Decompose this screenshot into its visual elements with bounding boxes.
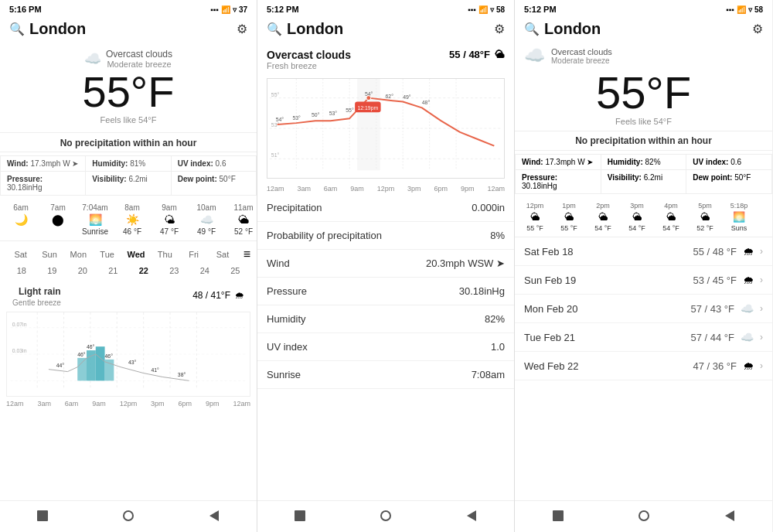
detail-row-prob-precip: Probability of precipitation 8%: [257, 222, 514, 250]
stat-dew: Dew point: 50°F: [172, 172, 257, 196]
search-left-3[interactable]: 🔍 London: [524, 20, 601, 38]
home-button-1[interactable]: [34, 507, 51, 524]
status-bar-2: 5:12 PM ▪▪▪ 📶 ▿ 58: [257, 0, 514, 17]
search-left-2[interactable]: 🔍 London: [267, 20, 343, 38]
weather-desc-2: Overcast clouds: [267, 49, 351, 61]
svg-rect-15: [105, 360, 114, 380]
home-button-3[interactable]: [550, 507, 567, 524]
weather-icon-2: 🌥: [495, 49, 505, 60]
hourly-item-sunrise: 7:04am 🌅 Sunrise: [80, 203, 110, 236]
status-icons-2: ▪▪▪ 📶 ▿ 58: [468, 5, 505, 14]
back-button-1[interactable]: [120, 507, 137, 524]
back-button-3[interactable]: [635, 507, 652, 524]
status-bar-1: 5:16 PM ▪▪▪ 📶 ▿ 37: [0, 0, 257, 17]
stat-humidity: Humidity: 81%: [86, 156, 171, 172]
search-icon-1[interactable]: 🔍: [9, 22, 25, 36]
home-button-2[interactable]: [291, 507, 308, 524]
search-icon-3[interactable]: 🔍: [524, 22, 540, 36]
search-bar-2[interactable]: 🔍 London ⚙: [257, 17, 514, 43]
svg-text:54°: 54°: [276, 117, 284, 122]
back-button-2[interactable]: [377, 507, 394, 524]
detail-row-precipitation: Precipitation 0.000in: [257, 194, 514, 222]
weather-desc-line-1: ☁️ Overcast clouds Moderate breeze: [0, 49, 257, 69]
s3-hourly-item: 12pm 🌥 55 °F: [521, 202, 549, 232]
search-bar-3[interactable]: 🔍 London ⚙: [515, 17, 772, 43]
svg-text:48°: 48°: [422, 100, 431, 105]
s3-stat-dew: Dew point: 50°F: [686, 170, 772, 194]
screen-1: 5:16 PM ▪▪▪ 📶 ▿ 37 🔍 London ⚙ ☁️ Overcas…: [0, 0, 257, 532]
hourly-item: 11am 🌥 52 °F: [229, 203, 257, 236]
filter-icon-2[interactable]: ⚙: [494, 22, 505, 36]
weekly-section-1: Sat Sun Mon Tue Wed Thu Fri Sat ≡ 18 19 …: [0, 241, 257, 280]
hourly-item: 10am ☁️ 49 °F: [192, 203, 221, 236]
filter-icon-3[interactable]: ⚙: [752, 22, 763, 36]
city-name-2: London: [287, 20, 343, 38]
s3-forecast-list: Sat Feb 18 55 / 48 °F 🌧 › Sun Feb 19 53 …: [515, 237, 772, 380]
detail-list: Precipitation 0.000in Probability of pre…: [257, 194, 514, 389]
svg-text:53°: 53°: [292, 115, 301, 121]
svg-text:46°: 46°: [105, 353, 114, 359]
cloud-icon-1: ☁️: [84, 50, 101, 67]
recent-button-2[interactable]: [463, 507, 480, 524]
s3-weather-header: ☁️ Overcast clouds Moderate breeze: [515, 43, 772, 69]
filter-icon-1[interactable]: ⚙: [237, 22, 247, 36]
stat-pressure: Pressure: 30.18inHg: [1, 172, 86, 196]
svg-text:0.03in: 0.03in: [12, 348, 27, 353]
stat-visibility: Visibility: 6.2mi: [86, 172, 171, 196]
nav-bar-2: [257, 500, 514, 532]
list-view-icon[interactable]: ≡: [243, 247, 250, 261]
detail-time-labels: 12am 3am 6am 9am 12pm 3pm 6pm 9pm 12am: [257, 183, 514, 194]
s3-hourly-item: 4pm 🌥 54 °F: [657, 202, 685, 232]
s3-forecast-row-mon[interactable]: Mon Feb 20 57 / 43 °F ☁️ ›: [515, 295, 772, 323]
search-bar-1[interactable]: 🔍 London ⚙: [0, 17, 257, 43]
status-time-2: 5:12 PM: [267, 5, 299, 14]
s3-forecast-row-sat[interactable]: Sat Feb 18 55 / 48 °F 🌧 ›: [515, 237, 772, 266]
weather-desc-1: Overcast clouds: [106, 49, 172, 60]
s3-hourly-item-sunset: 5:18p 🌅 Suns: [725, 202, 753, 232]
rain-label: Light rain: [12, 283, 67, 298]
svg-text:55°: 55°: [346, 107, 354, 113]
recent-button-1[interactable]: [206, 507, 223, 524]
s3-hourly[interactable]: 12pm 🌥 55 °F 1pm 🌥 55 °F 2pm 🌥 54 °F 3pm…: [515, 197, 772, 237]
screen2-content: Overcast clouds Fresh breeze 55 / 48°F 🌥…: [257, 43, 514, 500]
svg-point-49: [366, 96, 371, 101]
s3-forecast-row-tue[interactable]: Tue Feb 21 57 / 44 °F ☁️ ›: [515, 323, 772, 352]
nav-bar-3: [515, 500, 772, 532]
svg-text:41°: 41°: [151, 367, 159, 373]
detail-row-pressure: Pressure 30.18inHg: [257, 278, 514, 305]
svg-text:46°: 46°: [87, 344, 95, 350]
rain-section: Light rain Gentle breeze 48 / 41°F 🌧: [0, 280, 257, 309]
status-icons-1: ▪▪▪ 📶 ▿ 37: [210, 5, 247, 14]
screen-3: 5:12 PM ▪▪▪ 📶 ▿ 58 🔍 London ⚙ ☁️ Overcas…: [515, 0, 772, 532]
rain-sub: Gentle breeze: [12, 298, 67, 307]
hourly-scroll-1[interactable]: 6am 🌙 7am ⬤ 7:04am 🌅 Sunrise 8am ☀️ 46 °…: [0, 199, 257, 241]
s3-precip: No precipitation within an hour: [515, 131, 772, 151]
rain-chart: 0.07in 0.03in 46° 46° 45° 46°: [6, 312, 250, 397]
svg-text:43°: 43°: [128, 360, 137, 365]
stat-uv: UV index: 0.6: [172, 156, 257, 172]
s3-cloud-icon: ☁️: [524, 46, 545, 66]
detail-row-humidity: Humidity 82%: [257, 305, 514, 333]
status-time-1: 5:16 PM: [9, 5, 42, 14]
recent-button-3[interactable]: [721, 507, 738, 524]
rain-chart-svg: 0.07in 0.03in 46° 46° 45° 46°: [7, 312, 250, 396]
svg-rect-12: [77, 358, 87, 380]
weather-sub-2: Fresh breeze: [267, 61, 351, 70]
s3-stat-visibility: Visibility: 6.2mi: [601, 170, 687, 194]
s3-desc-main: Overcast clouds: [551, 47, 612, 56]
s3-stat-humidity: Humidity: 82%: [601, 155, 687, 170]
svg-text:62°: 62°: [386, 94, 394, 99]
search-icon-2[interactable]: 🔍: [267, 22, 282, 36]
rain-icon: 🌧: [235, 290, 244, 301]
detail-chart-svg: 55° 53° 51° 54° 53° 50° 53°: [267, 79, 504, 178]
s3-forecast-row-sun[interactable]: Sun Feb 19 53 / 45 °F 🌧 ›: [515, 266, 772, 295]
s3-hourly-item: 3pm 🌥 54 °F: [623, 202, 651, 232]
weather-header-1: ☁️ Overcast clouds Moderate breeze 55°F …: [0, 43, 257, 132]
search-left-1[interactable]: 🔍 London: [9, 20, 86, 38]
precip-notice-1: No precipitation within an hour: [0, 132, 257, 152]
feels-like-1: Feels like 54°F: [0, 115, 257, 124]
s3-stat-wind: Wind: 17.3mph W ➤: [516, 155, 601, 170]
svg-text:53°: 53°: [329, 111, 338, 116]
svg-text:51°: 51°: [271, 152, 280, 158]
s3-forecast-row-wed[interactable]: Wed Feb 22 47 / 36 °F 🌧 ›: [515, 352, 772, 380]
